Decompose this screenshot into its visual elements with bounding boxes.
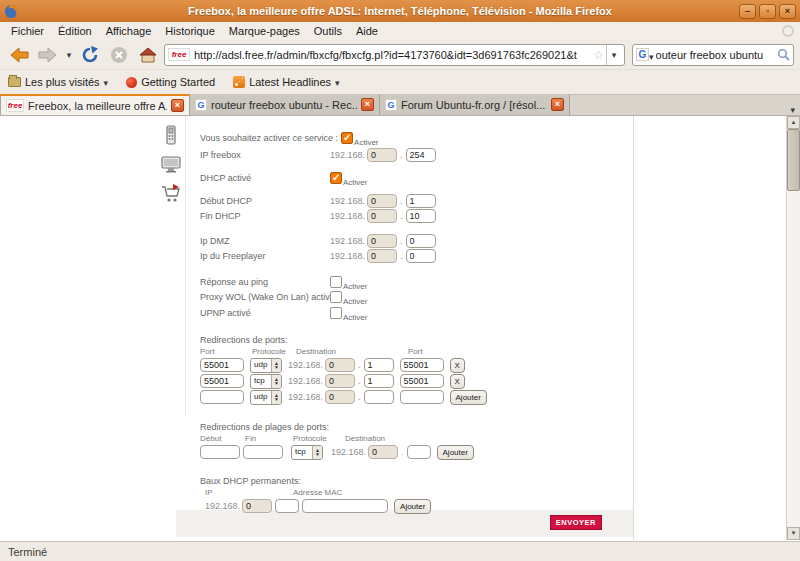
bookmark-latest-headlines[interactable]: Latest Headlines [233,76,339,88]
phone-icon[interactable] [160,124,182,146]
add-redirect-button[interactable]: Ajouter [450,390,487,405]
google-favicon: G [385,99,397,111]
envoyer-button[interactable]: ENVOYER [550,515,602,530]
reload-button[interactable] [77,43,103,67]
upnp-checkbox[interactable] [330,307,342,319]
delete-redirect-button[interactable]: X [450,358,465,373]
ip-freebox-octet3-input[interactable] [367,148,397,162]
service-checkbox[interactable] [341,132,353,144]
ping-label: Réponse au ping [200,277,330,287]
protocol-select[interactable]: tcp [250,374,282,389]
dmz-octet4-input[interactable] [406,234,436,248]
range-end-input[interactable] [243,445,283,459]
scroll-down-button[interactable] [787,527,800,540]
protocol-select[interactable]: udp [250,358,282,373]
lease-octet3-input[interactable] [242,499,272,513]
url-input[interactable] [194,49,591,61]
service-label: Vous souhaitez activer ce service : [200,133,338,143]
menu-marque-pages[interactable]: Marque-pages [222,24,307,38]
protocol-select[interactable]: tcp [291,445,323,460]
tab-close-icon[interactable] [551,98,564,111]
ip-prefix: 192.168. [288,360,323,370]
dest-octet4-input[interactable] [364,374,394,388]
dest-octet3-input[interactable] [325,374,355,388]
freeplayer-octet3-input[interactable] [367,249,397,263]
minimize-button[interactable] [739,4,756,19]
back-history-dropdown[interactable] [64,43,74,67]
tab-close-icon[interactable] [171,99,184,112]
range-octet4-input[interactable] [407,445,431,459]
bookmark-getting-started[interactable]: Getting Started [126,76,215,88]
menu-outils[interactable]: Outils [307,24,349,38]
url-dropdown-button[interactable] [606,45,621,65]
back-button[interactable] [6,43,32,67]
delete-redirect-button[interactable]: X [450,374,465,389]
tab-google-search[interactable]: G routeur freebox ubuntu - Rec... [190,94,380,115]
mac-address-input[interactable] [302,499,388,513]
activer-label: Activer [354,138,378,147]
dhcp-end-octet3-input[interactable] [367,209,397,223]
port-input[interactable] [200,390,244,404]
search-icon[interactable] [777,48,790,61]
dhcp-end-octet4-input[interactable] [406,209,436,223]
dest-octet3-input[interactable] [325,358,355,372]
cart-icon[interactable] [160,182,182,204]
spinner-arrows-icon[interactable] [312,446,322,459]
dhcp-start-label: Début DHCP [200,196,330,206]
scroll-up-button[interactable] [787,116,800,129]
dest-octet3-input[interactable] [325,390,355,404]
freeplayer-octet4-input[interactable] [406,249,436,263]
port-input[interactable] [200,374,244,388]
maximize-button[interactable] [759,4,776,19]
close-button[interactable] [779,4,796,19]
scrollbar-thumb[interactable] [787,129,800,191]
lease-octet4-input[interactable] [275,499,299,513]
home-button[interactable] [135,43,161,67]
google-favicon: G [195,99,207,111]
freeplayer-label: Ip du Freeplayer [200,251,330,261]
spinner-arrows-icon[interactable] [271,375,281,388]
url-bar[interactable]: free ☆ [164,44,625,66]
tab-list-dropdown[interactable] [790,99,795,117]
protocol-select[interactable]: udp [250,390,282,405]
port-input[interactable] [200,358,244,372]
menu-fichier[interactable]: Fichier [4,24,51,38]
tab-ubuntu-forum[interactable]: G Forum Ubuntu-fr.org / [résol... [380,94,570,115]
bookmark-star-icon[interactable]: ☆ [593,48,604,62]
dest-port-input[interactable] [400,374,444,388]
bookmark-most-visited[interactable]: Les plus visités [8,76,108,88]
dest-port-input[interactable] [400,358,444,372]
ip-freebox-octet4-input[interactable] [406,148,436,162]
vertical-scrollbar[interactable] [786,116,800,540]
tab-close-icon[interactable] [361,98,374,111]
wol-checkbox[interactable] [330,291,342,303]
row-dhcp-enabled: DHCP activé Activer [200,170,367,186]
menu-historique[interactable]: Historique [158,24,222,38]
menu-aide[interactable]: Aide [349,24,385,38]
range-octet3-input[interactable] [368,445,398,459]
stop-button[interactable] [106,43,132,67]
forward-button[interactable] [35,43,61,67]
add-lease-button[interactable]: Ajouter [394,499,431,514]
search-engine-dropdown[interactable] [649,46,654,64]
monitor-icon[interactable] [160,153,182,175]
spinner-arrows-icon[interactable] [271,359,281,372]
menu-edition[interactable]: Édition [51,24,99,38]
tab-freebox[interactable]: free Freebox, la meilleure offre A... [0,94,190,115]
menu-affichage[interactable]: Affichage [99,24,159,38]
dest-octet4-input[interactable] [364,390,394,404]
dhcp-start-octet4-input[interactable] [406,194,436,208]
search-input[interactable] [656,49,777,61]
dmz-octet3-input[interactable] [367,234,397,248]
port-redirect-row-new: udp 192.168. . Ajouter [200,389,487,405]
range-start-input[interactable] [200,445,240,459]
search-bar[interactable]: G [632,44,794,66]
protocol-value: tcp [251,375,271,388]
dest-octet4-input[interactable] [364,358,394,372]
add-range-button[interactable]: Ajouter [437,445,474,460]
dest-port-input[interactable] [400,390,444,404]
dhcp-start-octet3-input[interactable] [367,194,397,208]
ping-checkbox[interactable] [330,276,342,288]
spinner-arrows-icon[interactable] [271,391,281,404]
dhcp-checkbox[interactable] [330,172,342,184]
